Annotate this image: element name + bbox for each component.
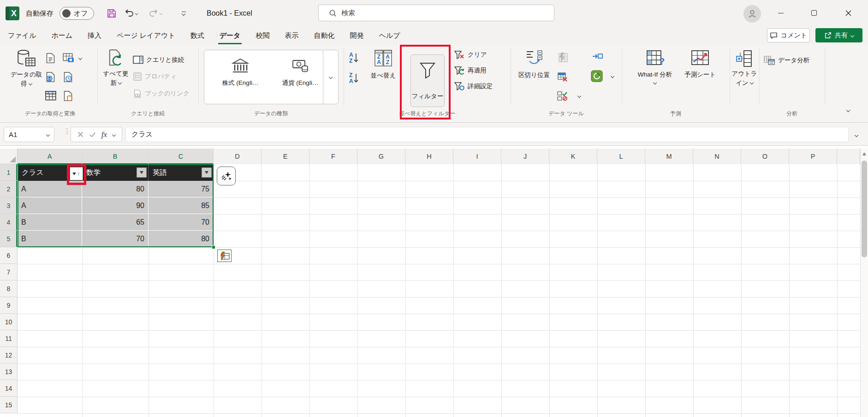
from-web-button[interactable]	[45, 71, 56, 83]
reapply-filter-button[interactable]: 再適用	[454, 66, 487, 76]
select-all-corner[interactable]	[0, 149, 18, 164]
row-header-8[interactable]: 8	[0, 280, 18, 297]
from-picture-button[interactable]	[62, 52, 82, 64]
name-box[interactable]: A1	[4, 127, 54, 142]
quick-analysis-button[interactable]	[217, 250, 232, 262]
column-header-P[interactable]: P	[789, 149, 837, 164]
account-avatar[interactable]	[743, 5, 761, 23]
analyze-selection-button[interactable]	[217, 167, 236, 185]
row-header-7[interactable]: 7	[0, 264, 18, 280]
column-header-B[interactable]: B	[82, 149, 149, 164]
row-header-14[interactable]: 14	[0, 380, 18, 397]
workbook-links-button[interactable]: ブックのリンク	[133, 89, 190, 99]
tab-表示[interactable]: 表示	[283, 27, 300, 44]
fill-handle[interactable]	[212, 245, 215, 249]
sort-descending-button[interactable]: ZA	[349, 71, 365, 86]
existing-connections-button[interactable]	[62, 90, 74, 102]
scroll-up-icon[interactable]	[862, 152, 866, 155]
cell-B5[interactable]: 70	[82, 231, 149, 247]
data-validation-button[interactable]	[557, 90, 581, 101]
cell-B3[interactable]: 90	[82, 197, 149, 214]
tab-校閲[interactable]: 校閲	[254, 27, 271, 44]
cell-B4[interactable]: 65	[82, 214, 149, 231]
row-header-11[interactable]: 11	[0, 330, 18, 347]
outline-button[interactable]: アウトライン	[731, 49, 757, 87]
column-header-O[interactable]: O	[741, 149, 789, 164]
row-header-13[interactable]: 13	[0, 363, 18, 380]
column-header-M[interactable]: M	[645, 149, 693, 164]
advanced-filter-button[interactable]: 詳細設定	[454, 81, 493, 91]
column-header-H[interactable]: H	[405, 149, 453, 164]
minimize-button[interactable]	[770, 0, 791, 26]
currency-data-type[interactable]: 通貨 (Engli…	[273, 57, 328, 87]
column-header-G[interactable]: G	[357, 149, 405, 164]
cell-C5[interactable]: 80	[149, 231, 214, 247]
tab-ファイル[interactable]: ファイル	[6, 27, 37, 44]
manage-data-model-button[interactable]	[590, 69, 614, 83]
refresh-all-button[interactable]: すべて更新	[101, 48, 131, 87]
get-data-button[interactable]: データの取得	[9, 48, 43, 88]
row-header-9[interactable]: 9	[0, 297, 18, 314]
expand-formula-bar-button[interactable]	[855, 131, 858, 139]
vertical-scrollbar[interactable]	[860, 149, 868, 417]
column-header-N[interactable]: N	[693, 149, 741, 164]
cancel-entry-icon[interactable]	[77, 131, 83, 137]
insert-function-icon[interactable]: fx	[101, 130, 107, 139]
consolidate-button[interactable]	[591, 51, 603, 62]
share-button[interactable]: 共有	[815, 28, 862, 42]
from-text-csv-button[interactable]	[45, 52, 56, 64]
remove-duplicates-button[interactable]	[557, 71, 569, 83]
row-header-3[interactable]: 3	[0, 197, 18, 214]
tab-ヘルプ[interactable]: ヘルプ	[377, 27, 401, 44]
cell-C4[interactable]: 70	[149, 214, 214, 231]
column-header-C[interactable]: C	[149, 149, 214, 164]
sort-button[interactable]: ZAAZ 並べ替え	[368, 49, 398, 80]
row-header-5[interactable]: 5	[0, 231, 18, 247]
cell-C3[interactable]: 85	[149, 197, 214, 214]
queries-connections-button[interactable]: クエリと接続	[133, 55, 184, 65]
row-header-10[interactable]: 10	[0, 314, 18, 330]
row-header-12[interactable]: 12	[0, 347, 18, 363]
properties-button[interactable]: プロパティ	[133, 72, 177, 81]
column-header-I[interactable]: I	[453, 149, 501, 164]
row-header-6[interactable]: 6	[0, 247, 18, 264]
cell-A3[interactable]: A	[18, 197, 82, 214]
from-table-range-button[interactable]	[45, 90, 57, 102]
column-header-E[interactable]: E	[262, 149, 309, 164]
collapse-ribbon-button[interactable]	[847, 106, 850, 114]
tab-データ[interactable]: データ	[218, 27, 242, 44]
cell-A4[interactable]: B	[18, 214, 82, 231]
maximize-button[interactable]	[803, 0, 825, 26]
data-analysis-button[interactable]: データ分析	[764, 55, 809, 66]
clear-filter-button[interactable]: クリア	[454, 50, 487, 60]
sort-ascending-button[interactable]: AZ	[349, 51, 365, 66]
row-header-15[interactable]: 15	[0, 397, 18, 413]
undo-button[interactable]	[121, 7, 141, 20]
customize-quick-access-button[interactable]	[177, 7, 190, 20]
tab-ホーム[interactable]: ホーム	[50, 27, 74, 44]
cell-C2[interactable]: 75	[149, 181, 214, 197]
column-header-A[interactable]: A	[18, 149, 82, 164]
tab-挿入[interactable]: 挿入	[86, 27, 103, 44]
flash-fill-button[interactable]	[557, 52, 569, 64]
redo-button[interactable]	[146, 7, 165, 20]
column-header-D[interactable]: D	[214, 149, 262, 164]
row-header-4[interactable]: 4	[0, 214, 18, 231]
autosave-toggle[interactable]: オフ	[59, 0, 94, 27]
what-if-analysis-button[interactable]: ? What-If 分析	[628, 49, 682, 84]
cell-B2[interactable]: 80	[82, 181, 149, 197]
row-header-2[interactable]: 2	[0, 181, 18, 197]
column-header-J[interactable]: J	[501, 149, 549, 164]
comments-button[interactable]: コメント	[767, 28, 810, 42]
fx-chevron-icon[interactable]	[112, 132, 116, 136]
filter-dropdown-C1[interactable]	[202, 167, 212, 178]
save-button[interactable]	[105, 7, 119, 20]
row-header-1[interactable]: 1	[0, 164, 18, 181]
cell-A5[interactable]: B	[18, 231, 82, 247]
column-header-K[interactable]: K	[549, 149, 597, 164]
formula-bar-splitter[interactable]: ⋮	[64, 129, 71, 132]
close-button[interactable]	[838, 0, 859, 26]
filter-dropdown-B1[interactable]	[137, 167, 147, 178]
recent-sources-button[interactable]	[62, 71, 74, 83]
excel-app-icon[interactable]: X	[6, 6, 19, 20]
